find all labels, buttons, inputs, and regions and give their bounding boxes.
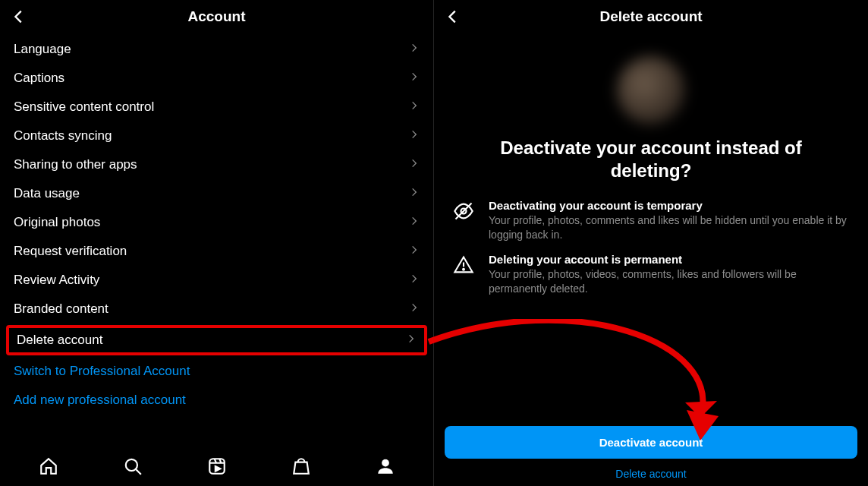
link-switch-professional[interactable]: Switch to Professional Account: [0, 357, 433, 386]
settings-row-sensitive-content[interactable]: Sensitive content control: [0, 93, 433, 122]
bottom-tab-bar: [0, 447, 433, 486]
account-settings-pane: Account Language Captions Sensitive cont…: [0, 0, 434, 486]
row-label: Captions: [14, 71, 64, 86]
row-label: Branded content: [14, 301, 108, 317]
settings-row-captions[interactable]: Captions: [0, 64, 433, 93]
left-header: Account: [0, 0, 433, 33]
left-title: Account: [188, 8, 246, 25]
chevron-right-icon: [409, 302, 420, 316]
settings-row-delete-account[interactable]: Delete account: [6, 325, 427, 355]
eye-off-icon: [451, 199, 476, 242]
row-label: Sharing to other apps: [14, 157, 137, 172]
link-add-professional[interactable]: Add new professional account: [0, 386, 433, 415]
info-delete-title: Deleting your account is permanent: [489, 253, 851, 266]
svg-point-11: [463, 269, 464, 270]
info-deactivate-text: Deactivating your account is temporary Y…: [489, 199, 851, 242]
row-label: Review Activity: [14, 273, 99, 288]
svg-point-0: [125, 459, 137, 471]
settings-list: Language Captions Sensitive content cont…: [0, 35, 433, 415]
row-label: Sensitive content control: [14, 99, 154, 115]
deactivate-button[interactable]: Deactivate account: [445, 426, 857, 459]
right-header: Delete account: [434, 0, 868, 33]
row-label: Data usage: [14, 186, 80, 201]
bottom-actions: Deactivate account Delete account: [434, 426, 868, 486]
right-title: Delete account: [599, 8, 702, 25]
settings-row-data-usage[interactable]: Data usage: [0, 179, 433, 208]
chevron-right-icon: [409, 187, 420, 200]
settings-row-branded-content[interactable]: Branded content: [0, 295, 433, 323]
search-tab[interactable]: [123, 456, 143, 476]
shop-tab[interactable]: [291, 456, 311, 476]
row-label: Original photos: [14, 215, 100, 230]
settings-row-review-activity[interactable]: Review Activity: [0, 266, 433, 295]
back-button[interactable]: [11, 8, 27, 25]
svg-marker-6: [215, 466, 220, 472]
info-delete-text: Deleting your account is permanent Your …: [489, 253, 851, 296]
chevron-right-icon: [409, 100, 420, 114]
reels-tab[interactable]: [207, 456, 227, 476]
chevron-right-icon: [409, 273, 420, 287]
profile-tab[interactable]: [376, 456, 395, 476]
settings-row-request-verification[interactable]: Request verification: [0, 237, 433, 266]
info-deactivate-title: Deactivating your account is temporary: [489, 199, 851, 212]
chevron-right-icon: [406, 333, 417, 347]
info-deactivate-body: Your profile, photos, comments and likes…: [489, 213, 851, 242]
link-label: Switch to Professional Account: [14, 364, 190, 378]
row-label: Language: [14, 42, 71, 57]
chevron-right-icon: [409, 158, 420, 172]
info-delete-body: Your profile, photos, videos, comments, …: [489, 267, 851, 296]
info-delete: Deleting your account is permanent Your …: [445, 250, 857, 304]
settings-row-original-photos[interactable]: Original photos: [0, 208, 433, 237]
chevron-right-icon: [409, 71, 420, 85]
svg-line-9: [456, 204, 472, 219]
profile-avatar: [617, 56, 685, 125]
chevron-right-icon: [409, 43, 420, 56]
delete-account-pane: Delete account Deactivate your account i…: [434, 0, 868, 486]
settings-row-contacts-syncing[interactable]: Contacts syncing: [0, 122, 433, 150]
link-label: Add new professional account: [14, 393, 186, 407]
row-label: Request verification: [14, 244, 127, 259]
warning-icon: [451, 253, 476, 296]
settings-row-language[interactable]: Language: [0, 35, 433, 64]
chevron-right-icon: [409, 245, 420, 258]
delete-account-link[interactable]: Delete account: [445, 468, 857, 481]
svg-line-1: [136, 469, 141, 475]
right-content: Deactivate your account instead of delet…: [434, 56, 868, 304]
row-label: Contacts syncing: [14, 128, 112, 144]
back-button[interactable]: [445, 8, 461, 25]
chevron-right-icon: [409, 129, 420, 143]
info-deactivate: Deactivating your account is temporary Y…: [445, 196, 857, 250]
row-label: Delete account: [17, 333, 102, 348]
home-tab[interactable]: [39, 456, 58, 476]
svg-point-7: [382, 459, 389, 467]
headline-text: Deactivate your account instead of delet…: [445, 137, 857, 182]
settings-row-sharing-apps[interactable]: Sharing to other apps: [0, 150, 433, 179]
chevron-right-icon: [409, 216, 420, 229]
